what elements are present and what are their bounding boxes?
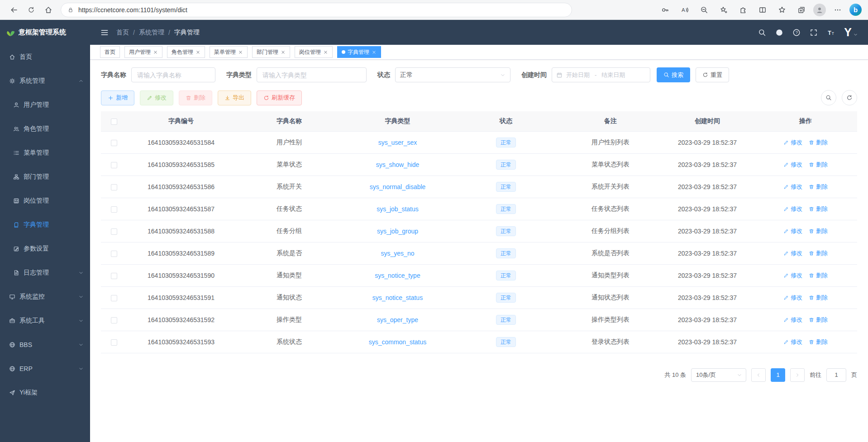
github-link[interactable] [775, 29, 783, 37]
reset-button[interactable]: 重置 [696, 67, 729, 82]
breadcrumb-system[interactable]: 系统管理 [139, 29, 164, 37]
row-checkbox[interactable] [111, 339, 117, 346]
tab[interactable]: 菜单管理 [210, 46, 248, 58]
row-checkbox[interactable] [111, 317, 117, 323]
prev-page-button[interactable] [751, 368, 766, 382]
sidebar-item[interactable]: 用户管理 [0, 93, 90, 117]
sidebar-item[interactable]: 系统工具 [0, 309, 90, 333]
row-delete-link[interactable]: 删除 [809, 271, 828, 280]
sidebar-item[interactable]: 参数设置 [0, 237, 90, 261]
profile-avatar[interactable] [813, 4, 826, 16]
row-checkbox[interactable] [111, 273, 117, 279]
browser-refresh-button[interactable] [24, 2, 39, 18]
bing-chat-button[interactable]: b [849, 4, 862, 16]
sidebar-item[interactable]: BBS [0, 333, 90, 356]
help-button[interactable] [792, 29, 801, 37]
close-icon[interactable] [153, 50, 158, 55]
dict-type-link[interactable]: sys_job_status [377, 205, 419, 213]
refresh-table-button[interactable] [842, 90, 857, 105]
close-icon[interactable] [281, 50, 286, 55]
tab[interactable]: 部门管理 [252, 46, 290, 58]
sidebar-item[interactable]: ERP [0, 356, 90, 380]
select-all-checkbox[interactable] [111, 119, 117, 125]
row-checkbox[interactable] [111, 251, 117, 257]
row-edit-link[interactable]: 修改 [783, 338, 802, 346]
row-edit-link[interactable]: 修改 [783, 271, 802, 280]
site-permissions-icon[interactable] [67, 7, 74, 13]
row-edit-link[interactable]: 修改 [783, 316, 802, 324]
sidebar-item[interactable]: 角色管理 [0, 117, 90, 141]
password-key-button[interactable] [658, 2, 673, 18]
browser-menu-button[interactable] [830, 2, 845, 18]
row-delete-link[interactable]: 删除 [809, 205, 828, 213]
tab[interactable]: 岗位管理 [295, 46, 333, 58]
dict-type-link[interactable]: sys_oper_type [377, 316, 418, 323]
row-delete-link[interactable]: 删除 [809, 183, 828, 191]
split-screen-button[interactable] [755, 2, 770, 18]
page-number-button[interactable]: 1 [771, 368, 785, 382]
dict-type-link[interactable]: sys_job_group [377, 228, 418, 235]
row-delete-link[interactable]: 删除 [809, 338, 828, 346]
export-button[interactable]: 导出 [218, 90, 251, 105]
toggle-search-button[interactable] [821, 90, 836, 105]
add-button[interactable]: 新增 [101, 90, 134, 105]
sidebar-item[interactable]: 岗位管理 [0, 189, 90, 213]
browser-back-button[interactable] [6, 2, 22, 18]
browser-home-button[interactable] [41, 2, 56, 18]
tab[interactable]: 用户管理 [124, 46, 162, 58]
dict-type-link[interactable]: sys_user_sex [378, 139, 417, 146]
row-delete-link[interactable]: 删除 [809, 294, 828, 302]
dict-type-link[interactable]: sys_notice_status [372, 294, 423, 301]
sidebar-item[interactable]: 日志管理 [0, 261, 90, 285]
sidebar-item[interactable]: 系统监控 [0, 285, 90, 309]
delete-button[interactable]: 删除 [179, 90, 212, 105]
sidebar-item[interactable]: 首页 [0, 45, 90, 69]
row-checkbox[interactable] [111, 295, 117, 301]
row-delete-link[interactable]: 删除 [809, 249, 828, 257]
address-bar[interactable]: https://ccnetcore.com:1101/system/dict [61, 3, 572, 17]
row-edit-link[interactable]: 修改 [783, 161, 802, 169]
row-edit-link[interactable]: 修改 [783, 138, 802, 147]
close-icon[interactable] [238, 50, 243, 55]
row-delete-link[interactable]: 删除 [809, 227, 828, 235]
row-edit-link[interactable]: 修改 [783, 249, 802, 257]
font-size-button[interactable] [827, 29, 835, 37]
dict-type-input[interactable] [257, 67, 367, 82]
sidebar-item[interactable]: 菜单管理 [0, 141, 90, 165]
extensions-button[interactable] [735, 2, 751, 18]
tab[interactable]: 首页 [100, 46, 120, 58]
sidebar-item[interactable]: 字典管理 [0, 213, 90, 237]
row-delete-link[interactable]: 删除 [809, 161, 828, 169]
tab[interactable]: 角色管理 [167, 46, 205, 58]
row-checkbox[interactable] [111, 140, 117, 146]
refresh-cache-button[interactable]: 刷新缓存 [257, 90, 302, 105]
add-favorite-button[interactable] [716, 2, 731, 18]
zoom-button[interactable] [696, 2, 712, 18]
sidebar-toggle-button[interactable] [100, 28, 109, 37]
read-aloud-button[interactable] [677, 2, 692, 18]
sidebar-item[interactable]: 系统管理 [0, 69, 90, 93]
dict-type-link[interactable]: sys_common_status [369, 338, 427, 346]
status-select[interactable]: 正常 [395, 67, 510, 82]
dict-type-link[interactable]: sys_normal_disable [370, 183, 426, 190]
row-delete-link[interactable]: 删除 [809, 138, 828, 147]
favorites-button[interactable] [774, 2, 790, 18]
row-edit-link[interactable]: 修改 [783, 227, 802, 235]
breadcrumb-home[interactable]: 首页 [116, 29, 129, 37]
row-checkbox[interactable] [111, 184, 117, 190]
dict-name-input[interactable] [131, 67, 215, 82]
row-checkbox[interactable] [111, 228, 117, 235]
next-page-button[interactable] [790, 368, 805, 382]
dict-type-link[interactable]: sys_yes_no [381, 250, 415, 257]
row-edit-link[interactable]: 修改 [783, 183, 802, 191]
goto-page-input[interactable] [826, 368, 846, 382]
row-delete-link[interactable]: 删除 [809, 316, 828, 324]
tab[interactable]: 字典管理 [337, 46, 381, 58]
fullscreen-button[interactable] [810, 29, 818, 37]
close-icon[interactable] [372, 50, 377, 55]
header-search-button[interactable] [758, 29, 766, 37]
close-icon[interactable] [196, 50, 200, 55]
row-edit-link[interactable]: 修改 [783, 205, 802, 213]
sidebar-item[interactable]: 部门管理 [0, 165, 90, 189]
dict-type-link[interactable]: sys_show_hide [376, 161, 420, 168]
